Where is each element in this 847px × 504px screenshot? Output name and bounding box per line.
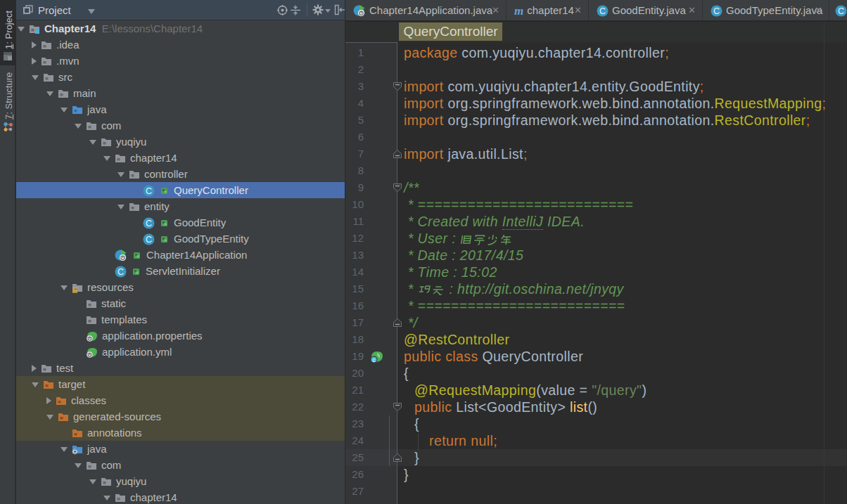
svg-text:C: C xyxy=(146,234,152,244)
svg-text:C: C xyxy=(838,6,844,15)
svg-text:C: C xyxy=(599,6,606,15)
svg-text:C: C xyxy=(117,266,124,276)
svg-text:C: C xyxy=(146,186,152,195)
svg-text:C: C xyxy=(146,218,152,228)
svg-text:C: C xyxy=(713,6,720,15)
